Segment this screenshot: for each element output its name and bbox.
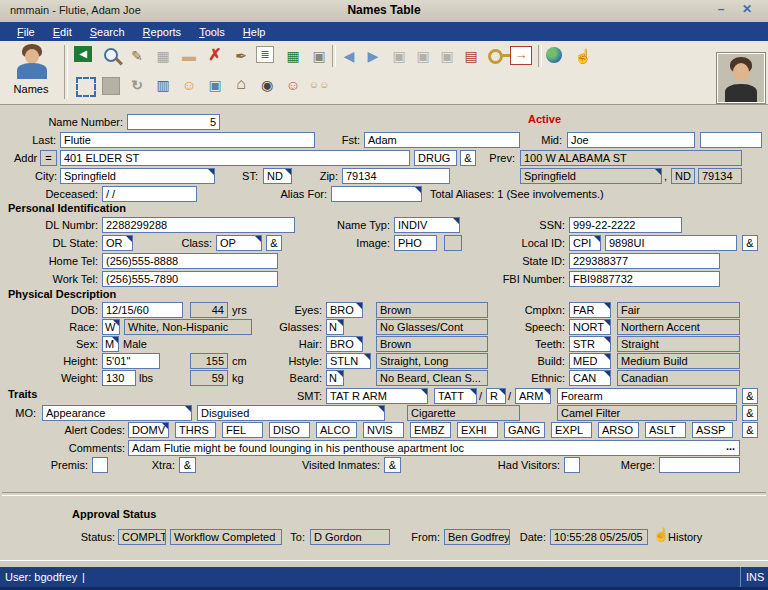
save-icon[interactable]: ▦ [152, 46, 174, 66]
build-code-field[interactable]: MED [569, 353, 611, 369]
key-icon[interactable] [488, 49, 503, 64]
history-icon[interactable]: ☝ [653, 527, 669, 543]
middle-name-field[interactable]: Joe [567, 132, 695, 148]
alert-code[interactable]: NVIS [363, 422, 404, 438]
complexion-code-field[interactable]: FAR [569, 302, 611, 318]
alert-code[interactable]: DOMV [128, 422, 169, 438]
height-field[interactable]: 5'01" [102, 353, 160, 369]
calc-icon[interactable]: ▦ [282, 46, 304, 66]
dob-field[interactable]: 12/15/60 [102, 302, 183, 318]
race-code-field[interactable]: W [102, 319, 120, 335]
menu-reports[interactable]: Reports [134, 26, 191, 38]
premis-checkbox[interactable] [92, 457, 108, 473]
hairstyle-code-field[interactable]: STLN [326, 353, 371, 369]
smt-more-button[interactable]: & [742, 388, 758, 404]
alert-code[interactable]: GANG [504, 422, 545, 438]
hair-code-field[interactable]: BRO [326, 336, 363, 352]
mo-category-field[interactable]: Appearance [42, 405, 192, 421]
search-icon[interactable] [104, 48, 118, 62]
forward-icon[interactable]: ▶ [362, 46, 384, 66]
alert-code[interactable]: ALCO [316, 422, 357, 438]
address-more-button[interactable]: & [460, 150, 476, 166]
smt-field[interactable]: TAT R ARM [326, 388, 428, 404]
exit-icon[interactable]: ◀ [74, 46, 92, 62]
print-icon[interactable]: ▣ [308, 46, 330, 66]
alert-code[interactable]: ARSO [598, 422, 639, 438]
report-icon[interactable]: ≣ [256, 46, 274, 63]
beard-code-field[interactable]: N [326, 370, 344, 386]
goto-icon[interactable]: → [510, 46, 532, 65]
smt-desc-field[interactable]: Forearm [557, 388, 737, 404]
pin-icon[interactable]: ✒ [230, 46, 252, 66]
inactive-icon[interactable] [102, 77, 120, 95]
eraser-icon[interactable]: ▬ [178, 46, 200, 66]
alert-code[interactable]: EXHI [457, 422, 498, 438]
state-field[interactable]: ND [263, 168, 292, 184]
speech-code-field[interactable]: NORT [569, 319, 611, 335]
first-name-field[interactable]: Adam [364, 132, 520, 148]
names-tab[interactable]: Names [0, 41, 62, 103]
media2-icon[interactable]: ▣ [412, 46, 434, 66]
fbi-number-field[interactable]: FBI9887732 [569, 271, 720, 287]
menu-help[interactable]: Help [234, 26, 275, 38]
back-icon[interactable]: ◀ [338, 46, 360, 66]
alert-code[interactable]: THRS [175, 422, 216, 438]
globe-icon[interactable] [546, 47, 562, 63]
sex-code-field[interactable]: M [102, 336, 119, 352]
alert-code[interactable]: ASSP [692, 422, 733, 438]
suffix-field[interactable] [700, 132, 762, 148]
local-id-field[interactable]: 9898UI [605, 235, 737, 251]
teeth-code-field[interactable]: STR [569, 336, 611, 352]
alias-for-field[interactable] [331, 186, 422, 202]
menu-tools[interactable]: Tools [190, 26, 234, 38]
minimize-icon[interactable]: – [712, 2, 730, 18]
address-field[interactable]: 401 ELDER ST [60, 150, 410, 166]
image-field[interactable]: PHO [394, 235, 437, 251]
alert-code[interactable]: EXPL [551, 422, 592, 438]
smt-side-field[interactable]: R [486, 388, 506, 404]
alert-code[interactable]: FEL [222, 422, 263, 438]
ssn-field[interactable]: 999-22-2222 [569, 217, 682, 233]
smt-part-field[interactable]: ARM [515, 388, 551, 404]
alert-code[interactable]: ASLT [645, 422, 686, 438]
address-type-field[interactable]: DRUG [414, 150, 457, 166]
last-name-field[interactable]: Flutie [60, 132, 315, 148]
people-icon[interactable]: ☺☺ [308, 75, 330, 95]
media1-icon[interactable]: ▣ [388, 46, 410, 66]
media3-icon[interactable]: ▣ [436, 46, 458, 66]
menu-edit[interactable]: Edit [44, 26, 81, 38]
merge-field[interactable] [659, 457, 740, 473]
remove-person-icon[interactable]: ☺ [282, 75, 304, 95]
alert-code[interactable]: EMBZ [410, 422, 451, 438]
name-number-field[interactable]: 5 [127, 114, 220, 130]
edit-icon[interactable]: ✎ [126, 46, 148, 66]
dl-state-field[interactable]: OR [102, 235, 133, 251]
history-link[interactable]: History [668, 529, 702, 545]
wall-icon[interactable]: ▤ [460, 46, 482, 66]
zip-field[interactable]: 79134 [342, 168, 450, 184]
approve-icon[interactable]: ☝ [572, 46, 594, 66]
glasses-code-field[interactable]: N [326, 319, 344, 335]
local-id-more-button[interactable]: & [742, 235, 758, 251]
eyes-code-field[interactable]: BRO [326, 302, 363, 318]
select-region-icon[interactable] [76, 77, 96, 97]
class-more-button[interactable]: & [266, 235, 282, 251]
xtra-more-button[interactable]: & [179, 457, 196, 473]
delete-icon[interactable]: ✗ [204, 45, 226, 65]
address-equals-button[interactable]: = [40, 150, 57, 166]
dl-number-field[interactable]: 2288299288 [102, 217, 295, 233]
state-id-field[interactable]: 229388377 [569, 253, 720, 269]
weight-field[interactable]: 130 [102, 370, 136, 386]
booking-icon[interactable]: ▣ [204, 75, 226, 95]
smt-type-field[interactable]: TATT [434, 388, 477, 404]
home-tel-field[interactable]: (256)555-8888 [102, 253, 278, 269]
ethnic-code-field[interactable]: CAN [569, 370, 611, 386]
close-icon[interactable]: ✕ [738, 2, 756, 18]
refresh-icon[interactable]: ↻ [126, 75, 148, 95]
menu-file[interactable]: File [8, 26, 44, 38]
deceased-field[interactable]: / / [102, 186, 197, 202]
menu-search[interactable]: Search [81, 26, 134, 38]
comments-more-button[interactable]: ... [726, 438, 735, 454]
alert-code[interactable]: DISO [269, 422, 310, 438]
name-type-field[interactable]: INDIV [394, 217, 460, 233]
